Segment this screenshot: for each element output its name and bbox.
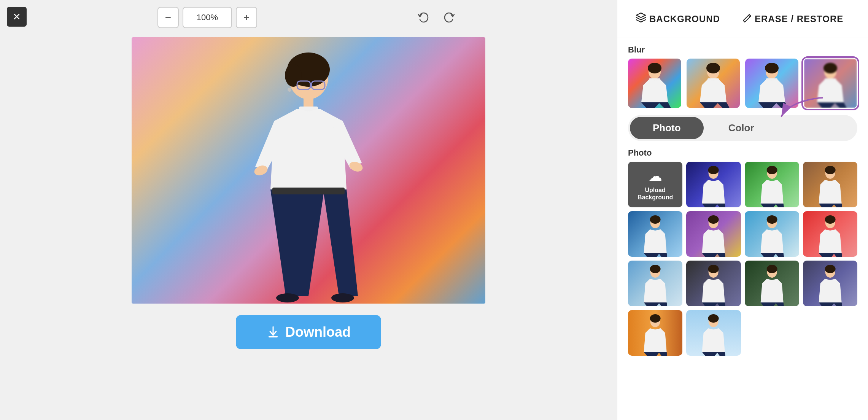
- svg-point-11: [276, 293, 299, 302]
- right-header: BACKGROUND ERASE / RESTORE: [617, 0, 868, 38]
- zoom-value: 100%: [197, 13, 218, 22]
- undo-redo-group: [413, 7, 459, 28]
- right-panel: BACKGROUND ERASE / RESTORE Blur: [617, 0, 868, 420]
- photo-thumb-dark-city[interactable]: [686, 261, 741, 306]
- zoom-display: 100%: [183, 7, 232, 28]
- photo-thumb-green-nature[interactable]: [745, 162, 799, 207]
- upload-background-button[interactable]: ☁ Upload Background: [628, 162, 682, 207]
- erase-restore-tab-label: ERASE / RESTORE: [755, 14, 843, 24]
- svg-rect-14: [269, 336, 278, 337]
- pen-icon: [742, 12, 752, 25]
- upload-cloud-icon: ☁: [649, 168, 662, 184]
- arrow-pointer: [766, 94, 835, 121]
- photo-thumb-lake[interactable]: [628, 211, 682, 257]
- blur-thumb-2[interactable]: [687, 59, 740, 108]
- download-icon: [266, 325, 280, 339]
- tab-divider: [731, 12, 731, 26]
- blur-section-label: Blur: [617, 38, 868, 59]
- photo-toggle-label: Photo: [653, 122, 681, 134]
- download-button[interactable]: Download: [236, 315, 381, 349]
- photo-person-mini: [803, 211, 857, 257]
- photo-toggle-button[interactable]: Photo: [630, 117, 704, 139]
- upload-label: Upload Background: [628, 186, 682, 201]
- photo-person-mini: [745, 261, 799, 306]
- svg-point-48: [766, 265, 777, 273]
- photo-thumb-bridge[interactable]: [628, 261, 682, 306]
- photo-person-mini: [628, 211, 682, 257]
- layers-icon: [635, 11, 647, 26]
- person-figure: [229, 45, 388, 304]
- redo-button[interactable]: [438, 7, 459, 28]
- photo-person-mini: [803, 162, 857, 207]
- photo-person-mini: [686, 310, 741, 356]
- photo-person-mini: [686, 261, 741, 306]
- photo-thumb-wood[interactable]: [803, 162, 857, 207]
- zoom-in-icon: +: [243, 11, 250, 24]
- svg-point-36: [650, 215, 661, 224]
- background-tab-label: BACKGROUND: [649, 14, 720, 24]
- blur-thumb-2-image: [687, 59, 740, 108]
- svg-point-2: [285, 64, 302, 87]
- close-icon: ✕: [13, 11, 21, 23]
- photo-thumb-stripe[interactable]: [628, 310, 682, 356]
- photo-thumb-blue-city[interactable]: [686, 162, 741, 207]
- svg-point-26: [823, 63, 837, 73]
- photo-person-mini: [745, 162, 799, 207]
- svg-point-34: [825, 166, 835, 174]
- tab-erase-restore[interactable]: ERASE / RESTORE: [735, 9, 850, 29]
- svg-rect-10: [272, 188, 345, 194]
- zoom-out-icon: −: [165, 11, 171, 24]
- photo-person-mini: [628, 261, 682, 306]
- blur-thumb-1-image: [628, 59, 681, 108]
- photo-person-mini: [686, 162, 741, 207]
- photo-thumb-light-sky[interactable]: [686, 310, 741, 356]
- svg-point-17: [648, 63, 661, 73]
- left-panel: ✕ − 100% +: [0, 0, 617, 420]
- photo-person-mini: [628, 310, 682, 356]
- svg-point-50: [825, 265, 835, 273]
- zoom-in-button[interactable]: +: [236, 7, 257, 28]
- svg-point-46: [708, 265, 719, 273]
- svg-point-20: [706, 63, 720, 73]
- photo-grid: ☁ Upload Background: [617, 162, 868, 363]
- svg-point-12: [331, 293, 354, 302]
- photo-person-mini: [803, 261, 857, 306]
- tab-background[interactable]: BACKGROUND: [628, 8, 727, 29]
- photo-thumb-yellow-balls[interactable]: [686, 211, 741, 257]
- undo-button[interactable]: [413, 7, 434, 28]
- blur-person-mini-1: [628, 59, 681, 108]
- svg-point-38: [708, 215, 719, 224]
- canvas-area: [132, 37, 485, 304]
- photo-person-mini: [745, 211, 799, 257]
- photo-person-mini: [686, 211, 741, 257]
- svg-point-13: [288, 88, 291, 92]
- photo-thumb-modern[interactable]: [803, 261, 857, 306]
- close-button[interactable]: ✕: [7, 7, 27, 27]
- svg-point-23: [765, 63, 779, 73]
- svg-point-30: [708, 166, 719, 174]
- svg-point-40: [766, 215, 777, 224]
- svg-point-42: [825, 215, 835, 224]
- blur-person-mini-2: [687, 59, 740, 108]
- toggle-section: Photo Color: [628, 115, 857, 141]
- svg-point-44: [650, 265, 661, 273]
- undo-icon: [418, 11, 430, 24]
- photo-section-label: Photo: [617, 145, 868, 162]
- blur-thumb-1[interactable]: [628, 59, 681, 108]
- main-image: [132, 37, 485, 304]
- redo-icon: [443, 11, 455, 24]
- color-toggle-label: Color: [728, 122, 754, 134]
- svg-point-54: [708, 314, 719, 323]
- download-label: Download: [285, 324, 351, 340]
- photo-thumb-sky[interactable]: [745, 211, 799, 257]
- svg-point-32: [766, 166, 777, 174]
- toolbar: − 100% +: [8, 0, 609, 33]
- zoom-out-button[interactable]: −: [157, 7, 179, 28]
- photo-thumb-forest[interactable]: [745, 261, 799, 306]
- photo-thumb-bokeh[interactable]: [803, 211, 857, 257]
- svg-point-52: [650, 314, 661, 323]
